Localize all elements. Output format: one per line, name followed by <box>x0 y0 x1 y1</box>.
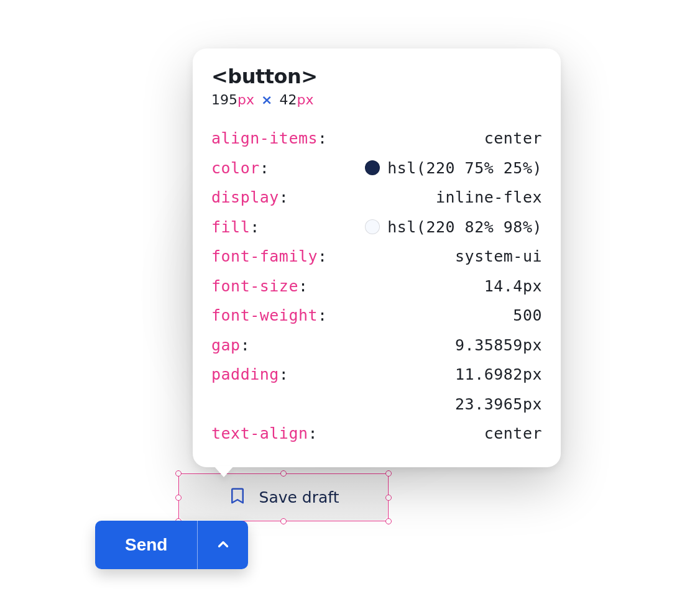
inspector-property-row: align-items:center <box>211 124 542 153</box>
property-name: color <box>211 153 260 183</box>
send-dropdown-toggle[interactable] <box>197 521 248 569</box>
property-name: gap <box>211 331 241 360</box>
property-colon: : <box>260 153 270 183</box>
property-value: 23.3965px <box>455 390 542 419</box>
css-inspector-popover: <button> 195px × 42px align-items:center… <box>193 48 561 467</box>
property-value: system-ui <box>455 242 542 272</box>
property-value: center <box>484 124 542 153</box>
resize-handle-bottom-middle[interactable] <box>280 518 287 524</box>
property-value: hsl(220 82% 98%) <box>387 212 542 242</box>
color-swatch <box>365 219 380 234</box>
property-colon: : <box>250 212 260 242</box>
property-colon: : <box>308 419 318 449</box>
property-value: hsl(220 75% 25%) <box>387 153 542 183</box>
inspector-height-num: 42 <box>279 92 297 107</box>
send-label: Send <box>125 535 167 555</box>
inspector-height-unit: px <box>297 92 313 107</box>
inspector-dimensions: 195px × 42px <box>211 92 542 107</box>
property-name: font-size <box>211 272 298 301</box>
inspector-times-icon: × <box>259 92 275 107</box>
chevron-up-icon <box>215 536 231 554</box>
property-value: 14.4px <box>484 272 542 301</box>
inspector-width-num: 195 <box>211 92 237 107</box>
inspector-property-row: font-weight:500 <box>211 301 542 331</box>
inspector-property-row: gap:9.35859px <box>211 331 542 360</box>
inspector-element-tag: <button> <box>211 65 542 88</box>
property-colon: : <box>298 272 308 301</box>
property-name: padding <box>211 360 279 390</box>
property-colon: : <box>241 331 251 360</box>
send-split-button: Send <box>95 521 248 569</box>
property-colon: : <box>318 242 328 272</box>
send-button[interactable]: Send <box>95 521 197 569</box>
inspector-property-row: display:inline-flex <box>211 183 542 212</box>
selection-outline <box>178 473 389 521</box>
property-value: inline-flex <box>436 183 542 212</box>
resize-handle-top-middle[interactable] <box>280 470 287 477</box>
inspector-property-list: align-items:centercolor:hsl(220 75% 25%)… <box>211 124 542 449</box>
color-swatch <box>365 160 380 175</box>
property-name: font-family <box>211 242 318 272</box>
property-colon: : <box>318 124 328 153</box>
property-colon: : <box>318 301 328 331</box>
inspector-property-row: font-size:14.4px <box>211 272 542 301</box>
inspector-property-row-continued: 23.3965px <box>211 390 542 419</box>
property-value: 500 <box>513 301 542 331</box>
inspector-property-row: color:hsl(220 75% 25%) <box>211 153 542 183</box>
inspector-property-row: padding:11.6982px <box>211 360 542 390</box>
inspector-property-row: fill:hsl(220 82% 98%) <box>211 212 542 242</box>
property-name: display <box>211 183 279 212</box>
resize-handle-bottom-right[interactable] <box>385 518 392 524</box>
resize-handle-top-left[interactable] <box>175 470 182 477</box>
property-name: text-align <box>211 419 308 449</box>
resize-handle-middle-left[interactable] <box>175 495 182 501</box>
resize-handle-middle-right[interactable] <box>385 495 392 501</box>
property-colon: : <box>279 183 289 212</box>
inspector-width-unit: px <box>237 92 254 107</box>
property-colon: : <box>279 360 289 390</box>
property-value: center <box>484 419 542 449</box>
inspector-property-row: font-family:system-ui <box>211 242 542 272</box>
resize-handle-top-right[interactable] <box>385 470 392 477</box>
property-name: font-weight <box>211 301 318 331</box>
property-value: 9.35859px <box>455 331 542 360</box>
property-name: align-items <box>211 124 318 153</box>
inspector-property-row: text-align:center <box>211 419 542 449</box>
property-name: fill <box>211 212 250 242</box>
property-value: 11.6982px <box>455 360 542 390</box>
